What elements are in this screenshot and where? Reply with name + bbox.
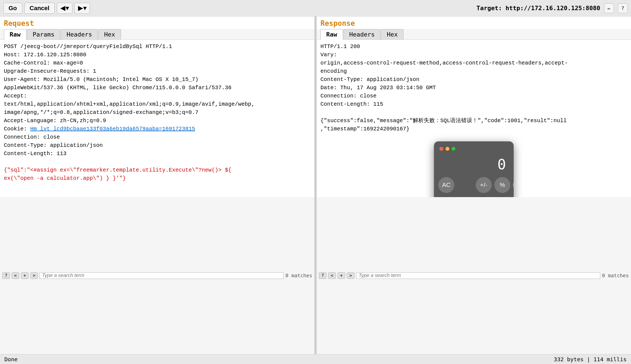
status-left: Done [4, 356, 18, 363]
request-tab-bar: Raw Params Headers Hex [0, 29, 314, 40]
calculator: 0 AC +/- % ÷ 7 8 9 × 4 5 [434, 141, 514, 197]
back-dropdown-icon: ▾ [66, 5, 69, 12]
status-right: 332 bytes | 114 millis [554, 356, 627, 363]
response-search-prev-button[interactable]: < [328, 272, 336, 279]
main-content: Request Raw Params Headers Hex POST /jee… [0, 16, 631, 354]
request-panel: Request Raw Params Headers Hex POST /jee… [0, 16, 315, 354]
calc-sign[interactable]: +/- [476, 177, 492, 193]
tab-request-headers[interactable]: Headers [61, 29, 98, 40]
calc-7[interactable]: 7 [438, 196, 454, 197]
request-search-help-button[interactable]: ? [2, 272, 10, 279]
tab-response-headers[interactable]: Headers [344, 29, 381, 40]
response-search-help-button[interactable]: ? [319, 272, 326, 279]
request-title: Request [0, 16, 314, 29]
calc-grid: AC +/- % ÷ 7 8 9 × 4 5 6 − [438, 177, 509, 197]
minimize-button-mac[interactable] [445, 147, 449, 151]
calc-8[interactable]: 8 [476, 196, 492, 197]
forward-dropdown-icon: ▾ [83, 5, 86, 12]
response-panel: Response Raw Headers Hex HTTP/1.1 200 Va… [317, 16, 631, 354]
response-search-input[interactable] [356, 272, 600, 279]
calc-divide[interactable]: ÷ [513, 177, 514, 193]
tab-request-raw[interactable]: Raw [4, 29, 26, 40]
payload-text: {"sql":"<#assign ex=\"freemarker.templat… [4, 167, 231, 181]
tab-response-hex[interactable]: Hex [381, 29, 403, 40]
toolbar: Go Cancel ◀ ▾ ▶ ▾ Target: http://172.16.… [0, 0, 631, 16]
cancel-button[interactable]: Cancel [24, 3, 55, 14]
traffic-lights [438, 146, 509, 154]
calc-ac[interactable]: AC [438, 177, 454, 193]
response-title: Response [317, 16, 631, 29]
back-icon: ◀ [60, 5, 65, 12]
request-search-prev-button[interactable]: < [12, 272, 19, 279]
calc-multiply[interactable]: × [513, 196, 514, 197]
calc-9[interactable]: 9 [494, 196, 510, 197]
maximize-button-mac[interactable] [452, 147, 455, 151]
response-search-next-button[interactable]: > [347, 272, 355, 279]
status-bar: Done 332 bytes | 114 millis [0, 354, 631, 364]
edit-target-button[interactable]: ✏ [604, 3, 614, 13]
response-body[interactable]: HTTP/1.1 200 Vary: origin,access-control… [317, 40, 631, 197]
tab-response-raw[interactable]: Raw [320, 29, 343, 40]
close-button-mac[interactable] [439, 147, 443, 151]
request-search-bar: ? < + > 0 matches [0, 197, 314, 354]
back-button[interactable]: ◀ ▾ [57, 3, 72, 14]
response-search-add-button[interactable]: + [337, 272, 345, 279]
tab-request-params[interactable]: Params [27, 29, 60, 40]
response-match-count: 0 matches [602, 273, 629, 278]
request-text-content: POST /jeecg-boot//jmreport/queryFieldByS… [0, 40, 314, 185]
request-search-add-button[interactable]: + [21, 272, 29, 279]
cookie-value: Hm_lvt_lcd9bcbaae133f03a6eb19da6579aaba=… [30, 126, 195, 132]
calculator-wrapper: 0 AC +/- % ÷ 7 8 9 × 4 5 [317, 136, 631, 197]
response-tab-bar: Raw Headers Hex [317, 29, 631, 40]
help-button[interactable]: ? [618, 3, 628, 13]
tab-request-hex[interactable]: Hex [98, 29, 121, 40]
forward-icon: ▶ [78, 5, 83, 12]
target-url: Target: http://172.16.120.125:8080 [477, 5, 600, 12]
response-search-bar: ? < + > 0 matches [317, 197, 631, 354]
request-search-next-button[interactable]: > [30, 272, 38, 279]
response-text-content: HTTP/1.1 200 Vary: origin,access-control… [317, 40, 631, 136]
calc-display: 0 [438, 154, 509, 177]
calc-percent[interactable]: % [494, 177, 510, 193]
request-body[interactable]: POST /jeecg-boot//jmreport/queryFieldByS… [0, 40, 314, 197]
go-button[interactable]: Go [3, 3, 22, 14]
request-match-count: 0 matches [285, 273, 312, 278]
forward-button[interactable]: ▶ ▾ [74, 3, 90, 14]
request-search-input[interactable] [40, 272, 284, 279]
